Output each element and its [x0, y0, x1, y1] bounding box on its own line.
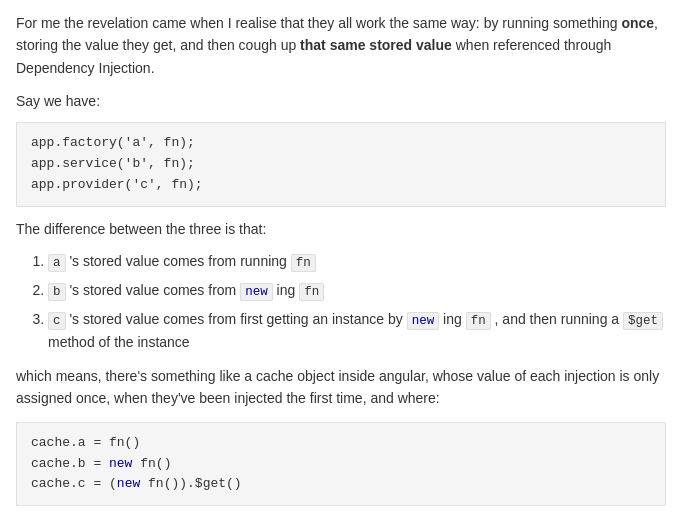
intro-bold-phrase: that same stored value — [300, 37, 452, 53]
code-b: b — [48, 283, 66, 301]
code-line-3: app.provider('c', fn); — [31, 175, 651, 196]
list-2-text1: 's stored value comes from — [69, 282, 240, 298]
code-a: a — [48, 254, 66, 272]
difference-list: a 's stored value comes from running fn … — [48, 250, 666, 353]
code-new-3: new — [407, 312, 440, 330]
this-is-why-paragraph: This is why we use this in services, and… — [16, 518, 666, 522]
code-line-1: app.factory('a', fn); — [31, 133, 651, 154]
cache-line-3: cache.c = (new fn()).$get() — [31, 474, 651, 495]
code-block-1: app.factory('a', fn); app.service('b', f… — [16, 122, 666, 206]
list-1-text1: 's stored value comes from running — [69, 253, 290, 269]
intro-text-before-once: For me the revelation came when I realis… — [16, 15, 621, 31]
intro-once-bold: once — [621, 15, 654, 31]
list-3-text4: method of the instance — [48, 334, 190, 350]
cache-line-1: cache.a = fn() — [31, 433, 651, 454]
code-fn-3: fn — [466, 312, 491, 330]
list-3-text1: 's stored value comes from first getting… — [69, 311, 406, 327]
code-get: $get — [623, 312, 663, 330]
intro-paragraph: For me the revelation came when I realis… — [16, 12, 666, 79]
list-3-text3: , and then running a — [495, 311, 623, 327]
list-item-3: c 's stored value comes from first getti… — [48, 308, 666, 353]
code-new-2: new — [240, 283, 273, 301]
cache-line-2: cache.b = new fn() — [31, 454, 651, 475]
which-means-text: which means, there's something like a ca… — [16, 365, 666, 410]
code-c: c — [48, 312, 66, 330]
code-fn-1: fn — [291, 254, 316, 272]
list-item-1-text: a 's stored value comes from running fn — [48, 253, 316, 269]
code-line-2: app.service('b', fn); — [31, 154, 651, 175]
say-we-have-text: Say we have: — [16, 91, 666, 112]
list-item-3-text: c 's stored value comes from first getti… — [48, 311, 663, 350]
list-3-text2: ing — [443, 311, 466, 327]
list-item-1: a 's stored value comes from running fn — [48, 250, 666, 273]
code-block-2: cache.a = fn() cache.b = new fn() cache.… — [16, 422, 666, 506]
list-item-2-text: b 's stored value comes from new ing fn — [48, 282, 324, 298]
list-item-2: b 's stored value comes from new ing fn — [48, 279, 666, 302]
code-fn-2: fn — [299, 283, 324, 301]
list-2-text2: ing — [277, 282, 300, 298]
difference-text: The difference between the three is that… — [16, 219, 666, 240]
